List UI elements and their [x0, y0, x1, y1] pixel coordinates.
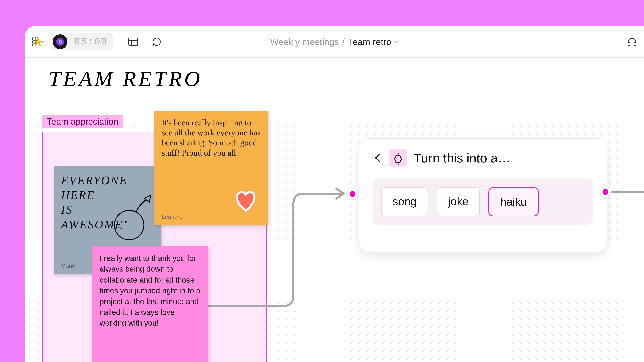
svg-rect-4	[628, 42, 630, 46]
doodle-face-icon	[109, 193, 156, 244]
timer-value: 05:00	[74, 36, 108, 47]
breadcrumb-current[interactable]: Team retro	[348, 36, 392, 47]
section-label[interactable]: Team appreciation	[42, 115, 123, 128]
ai-options-row: song joke haiku	[373, 179, 593, 225]
board-title[interactable]: TEAM RETRO	[49, 66, 202, 91]
breadcrumb: Weekly meetings / Team retro	[270, 36, 399, 47]
canvas[interactable]: TEAM RETRO Team appreciation EVERYONE HE…	[25, 58, 644, 362]
ai-option-joke[interactable]: joke	[436, 187, 480, 216]
back-chevron-icon[interactable]	[373, 153, 382, 163]
headphones-icon[interactable]	[626, 36, 637, 47]
svg-rect-5	[634, 42, 636, 46]
vinyl-record-icon: ♫	[53, 34, 68, 49]
breadcrumb-separator: /	[342, 36, 345, 47]
svg-point-6	[114, 210, 144, 240]
heart-sticker-icon	[233, 189, 258, 213]
ai-flower-icon	[389, 149, 407, 167]
breadcrumb-parent[interactable]: Weekly meetings	[270, 36, 339, 47]
sticky-author: Leandro	[162, 214, 183, 220]
toolbar: ♫ ★ 05:00 Weekly meetings / Team retro	[25, 26, 644, 58]
sticky-author: Marie	[61, 263, 75, 269]
sticky-text: I really want to thank you for always be…	[100, 253, 200, 329]
svg-rect-1	[129, 38, 138, 45]
connection-node-right[interactable]	[600, 187, 611, 197]
ai-option-song[interactable]: song	[381, 187, 428, 216]
timer-widget[interactable]: ♫ ★ 05:00	[51, 33, 113, 50]
ai-transform-card[interactable]: Turn this into a… song joke haiku	[359, 138, 607, 252]
comment-icon[interactable]	[152, 37, 162, 47]
connection-node-left[interactable]	[347, 189, 358, 199]
breadcrumb-chevron-icon[interactable]	[395, 40, 399, 43]
sticky-note-pink[interactable]: I really want to thank you for always be…	[92, 246, 208, 362]
app-window: ♫ ★ 05:00 Weekly meetings / Team retro T…	[25, 26, 644, 362]
ai-card-title: Turn this into a…	[414, 151, 510, 165]
svg-point-7	[125, 221, 127, 223]
sticky-note-orange[interactable]: It's been really inspiring to see all th…	[154, 111, 268, 225]
ai-option-haiku[interactable]: haiku	[488, 187, 539, 216]
star-icon: ★	[34, 36, 42, 48]
sticky-text: It's been really inspiring to see all th…	[162, 117, 261, 158]
ai-card-header: Turn this into a…	[359, 139, 607, 172]
layout-panel-icon[interactable]	[128, 37, 138, 47]
